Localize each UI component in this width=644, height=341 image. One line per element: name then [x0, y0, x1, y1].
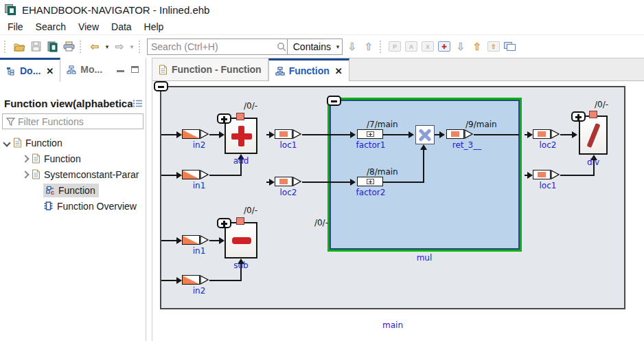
add-annotation: /0/- [244, 101, 257, 111]
menu-search[interactable]: Search [30, 20, 72, 34]
arrowhead [527, 172, 533, 179]
arrowhead [219, 237, 225, 244]
loc1-left-label: loc1 [266, 140, 310, 150]
app-icon [5, 4, 16, 16]
search-mode-caret[interactable]: ▾ [334, 43, 342, 50]
hide-elements-button[interactable]: X [419, 38, 436, 55]
save-icon [31, 41, 41, 52]
sub-port[interactable] [236, 217, 244, 225]
tab-label: Function [289, 65, 330, 76]
forward-button[interactable]: ⇨ [111, 38, 128, 55]
arrowhead [176, 172, 182, 179]
new-window-button[interactable] [502, 38, 518, 55]
expand-div-button[interactable] [571, 111, 586, 122]
drill-down-button[interactable]: ⇩ [452, 38, 469, 55]
labels-icon: A [405, 41, 417, 52]
menu-file[interactable]: File [1, 20, 30, 34]
windows-icon [504, 42, 516, 52]
tree-item-function-overview[interactable]: Function Overview [0, 198, 146, 214]
back-button[interactable]: ⇦ [87, 38, 103, 55]
in1-bottom-label: in1 [179, 246, 220, 256]
close-icon[interactable]: ✕ [46, 66, 54, 76]
maximize-icon[interactable] [131, 66, 139, 73]
expand-sub-button[interactable] [217, 218, 231, 228]
ehandbook-button[interactable] [44, 38, 60, 55]
chevron-down-icon[interactable] [3, 140, 10, 146]
expand-add-button[interactable] [217, 113, 231, 124]
menu-help[interactable]: Help [138, 20, 170, 34]
show-labels-button[interactable]: A [403, 38, 419, 55]
signal-ret3[interactable] [446, 129, 464, 139]
print-button[interactable] [60, 38, 77, 55]
drill-up-button[interactable]: ⇧ [469, 38, 485, 55]
edit-diagram-button[interactable]: ✚ [436, 38, 452, 55]
signal-loc1-right[interactable] [533, 170, 551, 179]
close-icon[interactable]: ✕ [335, 66, 343, 76]
menu-data[interactable]: Data [105, 20, 138, 34]
show-parameters-button[interactable]: P [387, 38, 403, 55]
signal-loc2-right[interactable] [533, 129, 551, 139]
multiply-operator[interactable] [415, 125, 435, 144]
tab-model-label: Mo... [80, 64, 102, 75]
panel-sash[interactable] [146, 58, 152, 341]
tree-item-label: Function [58, 185, 95, 196]
mul-annotation: /0/- [308, 218, 328, 228]
tree-item-function-root[interactable]: Function [0, 135, 146, 151]
tab-documents[interactable]: Do... ✕ [0, 58, 60, 82]
diagram-canvas[interactable]: main mul /0/- in2 /0/- add [152, 81, 644, 341]
function-diagram-icon: c [45, 186, 55, 195]
connector-line [474, 134, 519, 135]
open-file-button[interactable] [11, 38, 27, 55]
left-panel-tabstrip: Do... ✕ Mo... [0, 58, 146, 81]
search-input[interactable] [148, 41, 276, 52]
tab-documents-label: Do... [20, 65, 41, 76]
signal-arrow [551, 170, 560, 179]
signal-in2-bottom[interactable] [182, 275, 200, 285]
save-button[interactable] [27, 38, 44, 55]
add-port[interactable] [236, 113, 244, 120]
signal-loc1[interactable] [275, 129, 292, 139]
tree-item-function-diagram[interactable]: c Function [0, 182, 146, 198]
tab-function[interactable]: Function ✕ [268, 58, 349, 81]
minimize-icon[interactable] [117, 67, 124, 72]
search-mode-dropdown[interactable]: Contains [288, 41, 334, 52]
port-factor2[interactable] [357, 177, 383, 186]
signal-in2[interactable] [182, 129, 200, 139]
tree-item-function-child[interactable]: Function [0, 151, 146, 166]
titlebar: EHANDBOOK-NAVIGATOR - Inlined.ehb [0, 0, 644, 19]
signal-arrow [292, 129, 302, 139]
collapse-main-button[interactable] [154, 81, 168, 91]
hide-icon: X [422, 41, 434, 52]
open-parent-diagram-button[interactable]: ⇧ [485, 38, 502, 55]
view-menu-icon[interactable] [133, 99, 143, 108]
signal-loc2[interactable] [275, 177, 292, 186]
previous-result-button[interactable]: ⇧ [360, 38, 377, 55]
menu-view[interactable]: View [72, 20, 105, 34]
filter-input[interactable] [16, 116, 143, 127]
forward-history-caret[interactable]: ▾ [128, 43, 136, 50]
parameters-icon: P [389, 41, 401, 52]
connector-line [423, 150, 424, 183]
chevron-right-icon[interactable] [22, 171, 28, 177]
edit-diagram-icon: ✚ [438, 41, 450, 52]
port-factor1[interactable] [357, 129, 383, 139]
signal-in1-bottom[interactable] [182, 235, 200, 245]
chevron-right-icon[interactable] [22, 155, 28, 162]
tab-model[interactable]: Mo... [60, 58, 108, 81]
handbook-icon [47, 41, 58, 52]
arrowhead [176, 131, 182, 138]
next-result-button[interactable]: ⇩ [344, 38, 360, 55]
div-port[interactable] [589, 111, 597, 118]
signal-arrow [200, 275, 209, 285]
signal-arrow [200, 129, 209, 139]
signal-arrow [464, 129, 474, 139]
tree-item-systemconstant[interactable]: Systemconstant-Parar [0, 166, 146, 182]
back-history-caret[interactable]: ▾ [103, 43, 111, 50]
toolbar: ⇦ ▾ ⇨ ▾ Contains ▾ ⇩ ⇧ P A X ✚ ⇩ ⇧ ⇧ [0, 34, 644, 58]
signal-in1[interactable] [182, 170, 200, 179]
collapse-mul-button[interactable] [327, 96, 341, 106]
tab-function-function[interactable]: Function - Function [152, 58, 268, 80]
arrowhead [176, 277, 182, 284]
arrowhead [527, 131, 533, 138]
window-title: EHANDBOOK-NAVIGATOR - Inlined.ehb [22, 4, 209, 16]
